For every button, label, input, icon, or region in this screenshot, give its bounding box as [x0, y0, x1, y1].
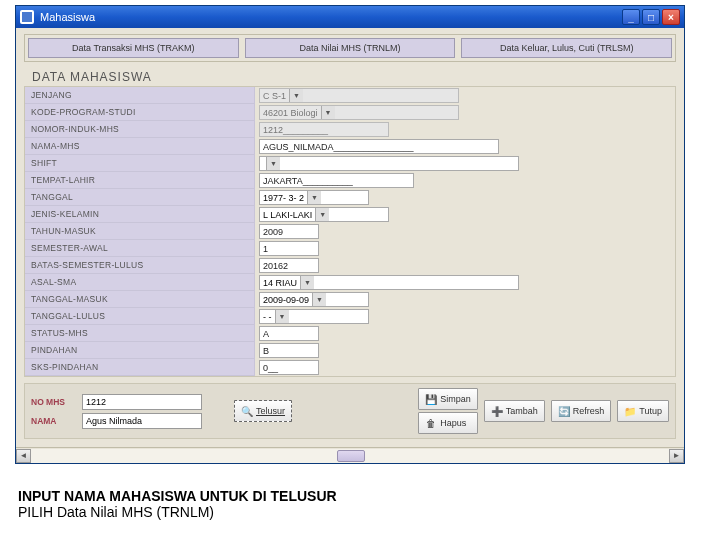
label-tempat-lahir: TEMPAT-LAHIR	[25, 172, 255, 189]
select-jenjang[interactable]: C S-1▼	[259, 88, 459, 103]
select-tgl-masuk[interactable]: 2009-09-09▼	[259, 292, 369, 307]
input-nim[interactable]	[259, 122, 389, 137]
chevron-down-icon: ▼	[289, 89, 303, 102]
horizontal-scrollbar[interactable]: ◄ ►	[16, 447, 684, 463]
scroll-thumb[interactable]	[337, 450, 365, 462]
label-kode-program: KODE-PROGRAM-STUDI	[25, 104, 255, 121]
label-batas-semester: BATAS-SEMESTER-LULUS	[25, 257, 255, 274]
chevron-down-icon: ▼	[300, 276, 314, 289]
input-no-mhs[interactable]	[82, 394, 202, 410]
input-tahun-masuk[interactable]	[259, 224, 319, 239]
tab-trlsm[interactable]: Data Keluar, Lulus, Cuti (TRLSM)	[461, 38, 672, 58]
tab-bar: Data Transaksi MHS (TRAKM) Data Nilai MH…	[24, 34, 676, 62]
delete-icon: 🗑	[425, 417, 437, 429]
svg-rect-0	[22, 12, 32, 22]
input-pindahan[interactable]	[259, 343, 319, 358]
app-window: Mahasiswa _ □ × Data Transaksi MHS (TRAK…	[15, 5, 685, 464]
add-icon: ➕	[491, 405, 503, 417]
label-nim: NOMOR-INDUK-MHS	[25, 121, 255, 138]
form-area: JENJANGC S-1▼ KODE-PROGRAM-STUDI46201 Bi…	[24, 86, 676, 377]
simpan-button[interactable]: 💾Simpan	[418, 388, 478, 410]
chevron-down-icon: ▼	[307, 191, 321, 204]
minimize-button[interactable]: _	[622, 9, 640, 25]
save-icon: 💾	[425, 393, 437, 405]
bottom-bar: NO MHS NAMA 🔍Telusur 💾Simpan 🗑Hapus ➕Tam…	[24, 383, 676, 439]
refresh-icon: 🔄	[558, 405, 570, 417]
search-icon: 🔍	[241, 405, 253, 417]
input-tempat-lahir[interactable]	[259, 173, 414, 188]
refresh-button[interactable]: 🔄Refresh	[551, 400, 612, 422]
maximize-button[interactable]: □	[642, 9, 660, 25]
scroll-right-icon[interactable]: ►	[669, 449, 684, 463]
label-shift: SHIFT	[25, 155, 255, 172]
select-tgl-lulus[interactable]: - -▼	[259, 309, 369, 324]
tab-trakm[interactable]: Data Transaksi MHS (TRAKM)	[28, 38, 239, 58]
input-nama[interactable]	[82, 413, 202, 429]
label-status-mhs: STATUS-MHS	[25, 325, 255, 342]
label-asal-sma: ASAL-SMA	[25, 274, 255, 291]
label-tanggal: TANGGAL	[25, 189, 255, 206]
label-tgl-masuk: TANGGAL-MASUK	[25, 291, 255, 308]
label-no-mhs: NO MHS	[31, 397, 76, 407]
close-icon: 📁	[624, 405, 636, 417]
close-button[interactable]: ×	[662, 9, 680, 25]
label-pindahan: PINDAHAN	[25, 342, 255, 359]
select-kode-program[interactable]: 46201 Biologi▼	[259, 105, 459, 120]
label-tahun-masuk: TAHUN-MASUK	[25, 223, 255, 240]
app-icon	[20, 10, 34, 24]
scroll-left-icon[interactable]: ◄	[16, 449, 31, 463]
chevron-down-icon: ▼	[275, 310, 289, 323]
input-sks-pindahan[interactable]	[259, 360, 319, 375]
hapus-button[interactable]: 🗑Hapus	[418, 412, 478, 434]
section-title: DATA MAHASISWA	[32, 70, 676, 84]
label-nama-mhs: NAMA-MHS	[25, 138, 255, 155]
label-jk: JENIS-KELAMIN	[25, 206, 255, 223]
label-sks-pindahan: SKS-PINDAHAN	[25, 359, 255, 376]
window-title: Mahasiswa	[40, 11, 622, 23]
telusur-button[interactable]: 🔍Telusur	[234, 400, 292, 422]
select-jk[interactable]: L LAKI-LAKI▼	[259, 207, 389, 222]
caption-text: INPUT NAMA MAHASISWA UNTUK DI TELUSUR PI…	[18, 488, 337, 520]
tutup-button[interactable]: 📁Tutup	[617, 400, 669, 422]
label-jenjang: JENJANG	[25, 87, 255, 104]
input-status-mhs[interactable]	[259, 326, 319, 341]
chevron-down-icon: ▼	[312, 293, 326, 306]
label-nama: NAMA	[31, 416, 76, 426]
label-semester-awal: SEMESTER-AWAL	[25, 240, 255, 257]
input-nama-mhs[interactable]	[259, 139, 499, 154]
select-shift[interactable]: ▼	[259, 156, 519, 171]
titlebar: Mahasiswa _ □ ×	[16, 6, 684, 28]
input-batas-semester[interactable]	[259, 258, 319, 273]
select-asal-sma[interactable]: 14 RIAU▼	[259, 275, 519, 290]
tambah-button[interactable]: ➕Tambah	[484, 400, 545, 422]
tab-trnlm[interactable]: Data Nilai MHS (TRNLM)	[245, 38, 456, 58]
select-tanggal[interactable]: 1977- 3- 2▼	[259, 190, 369, 205]
chevron-down-icon: ▼	[315, 208, 329, 221]
input-semester-awal[interactable]	[259, 241, 319, 256]
chevron-down-icon: ▼	[266, 157, 280, 170]
chevron-down-icon: ▼	[321, 106, 335, 119]
label-tgl-lulus: TANGGAL-LULUS	[25, 308, 255, 325]
